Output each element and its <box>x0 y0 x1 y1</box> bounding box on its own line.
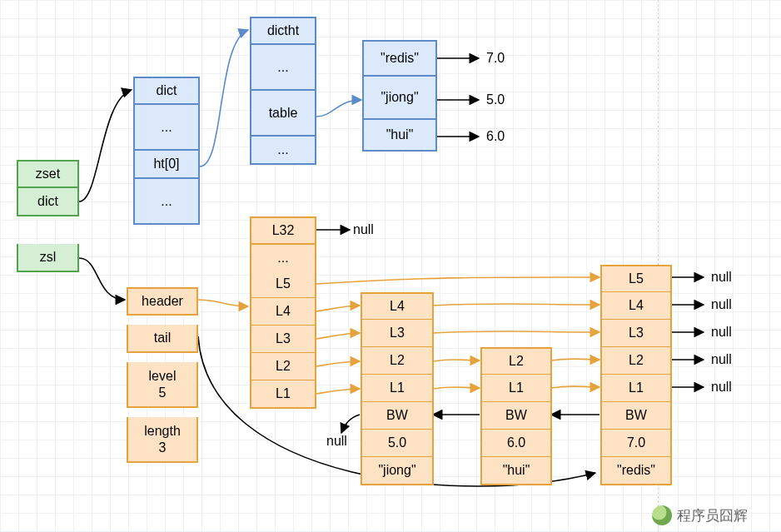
entry-val-0: 7.0 <box>483 48 508 68</box>
n3-l2: L2 <box>600 347 672 375</box>
sl-hdr-l2: L2 <box>250 353 316 381</box>
n3-score: 7.0 <box>600 430 672 458</box>
n1-score: 5.0 <box>361 430 434 458</box>
length-value: 3 <box>159 440 167 455</box>
n3-l5: L5 <box>600 265 672 293</box>
sl-hdr-l1: L1 <box>250 380 316 409</box>
zset-zsl-field: zsl <box>17 244 79 272</box>
n2-l1: L1 <box>480 375 552 403</box>
entry-val-2: 6.0 <box>483 127 508 147</box>
n3-l3-null: null <box>708 322 735 342</box>
n3-l1: L1 <box>600 375 672 403</box>
dictht-type: dictht <box>250 17 316 45</box>
n2-key: "hui" <box>480 457 552 485</box>
zsl-level: level 5 <box>127 362 198 408</box>
dictht-dots1: ... <box>250 45 316 91</box>
n1-l3: L3 <box>361 320 434 348</box>
sl-hdr-l32-null: null <box>350 220 377 240</box>
dict-dots2: ... <box>133 179 200 225</box>
n1-bw: BW <box>361 402 434 430</box>
n3-l3: L3 <box>600 320 672 348</box>
n3-l1-null: null <box>708 377 735 397</box>
n3-l2-null: null <box>708 350 735 370</box>
dictht-dots2: ... <box>250 137 316 165</box>
n3-l4-null: null <box>708 295 735 315</box>
n2-l2: L2 <box>480 347 552 375</box>
level-value: 5 <box>159 385 167 400</box>
zsl-header: header <box>127 287 198 316</box>
watermark: 程序员囧辉 <box>652 505 748 525</box>
n2-bw: BW <box>480 402 552 430</box>
n1-bw-null: null <box>323 431 351 451</box>
n1-l4: L4 <box>361 292 434 321</box>
entry-key-1: "jiong" <box>362 77 437 120</box>
sl-hdr-dots: ... <box>250 245 316 273</box>
zset-title: zset <box>17 160 79 188</box>
dict-dots1: ... <box>133 105 200 151</box>
entry-val-1: 5.0 <box>483 90 508 110</box>
dict-ht0: ht[0] <box>133 151 200 179</box>
sl-hdr-l3: L3 <box>250 326 316 354</box>
dictht-table: table <box>250 91 316 137</box>
dict-type: dict <box>133 77 200 105</box>
n1-key: "jiong" <box>361 457 434 485</box>
n3-key: "redis" <box>600 457 672 485</box>
zsl-tail: tail <box>127 325 198 353</box>
sl-hdr-l5: L5 <box>250 271 316 299</box>
wechat-icon <box>652 505 672 525</box>
n3-bw: BW <box>600 402 672 430</box>
n3-l4: L4 <box>600 292 672 321</box>
sl-hdr-l32: L32 <box>250 216 316 245</box>
zset-dict-field: dict <box>17 188 79 216</box>
watermark-text: 程序员囧辉 <box>677 506 748 525</box>
length-label: length <box>144 423 181 439</box>
zsl-length: length 3 <box>127 417 198 463</box>
entry-key-2: "hui" <box>362 120 437 152</box>
level-label: level <box>149 368 177 384</box>
sl-hdr-l4: L4 <box>250 298 316 326</box>
n2-score: 6.0 <box>480 430 552 458</box>
n1-l1: L1 <box>361 375 434 403</box>
n3-l5-null: null <box>708 267 735 287</box>
n1-l2: L2 <box>361 347 434 375</box>
entry-key-0: "redis" <box>362 40 437 77</box>
